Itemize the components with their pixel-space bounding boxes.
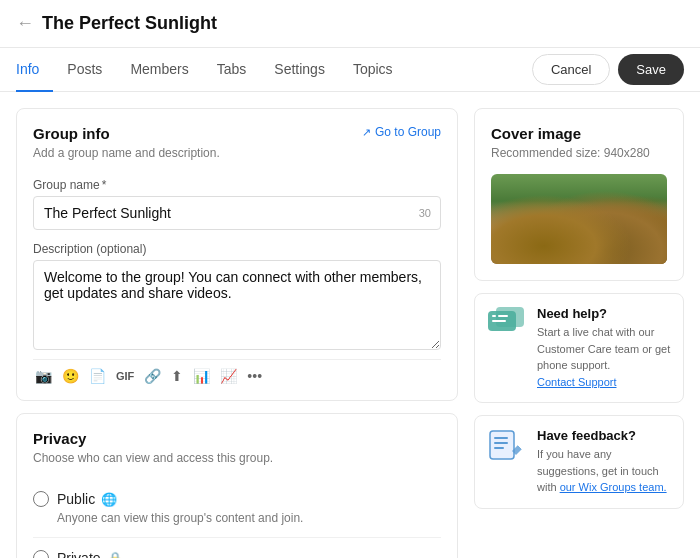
cover-image[interactable] [491, 174, 667, 264]
cancel-button[interactable]: Cancel [532, 54, 610, 85]
description-input[interactable] [33, 260, 441, 350]
back-button[interactable]: ← [16, 13, 34, 34]
group-info-card: Group info Add a group name and descript… [16, 108, 458, 401]
need-help-card: Need help? Start a live chat with our Cu… [474, 293, 684, 403]
description-label: Description (optional) [33, 242, 441, 256]
page-title: The Perfect Sunlight [42, 13, 217, 34]
privacy-title: Privacy [33, 430, 441, 447]
privacy-public-desc: Anyone can view this group's content and… [57, 511, 441, 525]
privacy-public-option: Public 🌐 Anyone can view this group's co… [33, 479, 441, 538]
tab-members[interactable]: Members [116, 48, 202, 92]
wix-groups-link[interactable]: our Wix Groups team. [560, 481, 667, 493]
nav-tabs: Info Posts Members Tabs Settings Topics … [0, 48, 700, 92]
cover-image-subtitle: Recommended size: 940x280 [491, 146, 667, 160]
privacy-subtitle: Choose who can view and access this grou… [33, 451, 441, 465]
svg-rect-2 [492, 315, 496, 317]
go-to-group-link[interactable]: Go to Group [362, 125, 441, 139]
chart-icon[interactable]: 📊 [193, 368, 210, 384]
tab-topics[interactable]: Topics [339, 48, 407, 92]
feedback-text: If you have any suggestions, get in touc… [537, 446, 671, 496]
tab-posts[interactable]: Posts [53, 48, 116, 92]
privacy-private-label: Private 🔒 [57, 550, 123, 558]
plant-image [491, 174, 667, 264]
svg-rect-8 [494, 447, 504, 449]
editor-toolbar: 📷 🙂 📄 GIF 🔗 ⬆ 📊 📈 ••• [33, 359, 441, 384]
edit-icon-box [487, 428, 527, 464]
tab-settings[interactable]: Settings [260, 48, 339, 92]
left-panel: Group info Add a group name and descript… [16, 108, 458, 558]
svg-rect-7 [494, 442, 508, 444]
group-info-subtitle: Add a group name and description. [33, 146, 220, 160]
emoji-icon[interactable]: 🙂 [62, 368, 79, 384]
save-button[interactable]: Save [618, 54, 684, 85]
help-text: Start a live chat with our Customer Care… [537, 324, 671, 390]
chat-icon-box [487, 306, 527, 342]
lock-icon: 🔒 [107, 551, 123, 559]
svg-rect-4 [492, 320, 506, 322]
file-icon[interactable]: 📄 [89, 368, 106, 384]
contact-support-link[interactable]: Contact Support [537, 376, 617, 388]
tab-tabs[interactable]: Tabs [203, 48, 261, 92]
privacy-private-option: Private 🔒 Only members can view this gro… [33, 538, 441, 558]
more-icon[interactable]: ••• [247, 368, 262, 384]
upload-icon[interactable]: ⬆ [171, 368, 183, 384]
feedback-title: Have feedback? [537, 428, 671, 443]
char-count: 30 [419, 207, 431, 219]
cover-image-title: Cover image [491, 125, 667, 142]
group-name-field-wrapper: 30 [33, 196, 441, 230]
description-field-wrapper: 📷 🙂 📄 GIF 🔗 ⬆ 📊 📈 ••• [33, 260, 441, 384]
public-icon: 🌐 [101, 492, 117, 507]
link-icon[interactable]: 🔗 [144, 368, 161, 384]
nav-actions: Cancel Save [532, 54, 684, 85]
bar-chart-icon[interactable]: 📈 [220, 368, 237, 384]
tab-info[interactable]: Info [16, 48, 53, 92]
feedback-icon [488, 429, 526, 463]
cover-image-card: Cover image Recommended size: 940x280 [474, 108, 684, 281]
svg-rect-3 [498, 315, 508, 317]
group-info-title: Group info [33, 125, 220, 142]
privacy-public-radio[interactable] [33, 491, 49, 507]
header: ← The Perfect Sunlight [0, 0, 700, 48]
chat-icon [488, 307, 526, 341]
svg-rect-5 [490, 431, 514, 459]
right-panel: Cover image Recommended size: 940x280 [474, 108, 684, 558]
group-name-label: Group name * [33, 178, 441, 192]
main-content: Group info Add a group name and descript… [0, 92, 700, 558]
privacy-private-radio[interactable] [33, 550, 49, 558]
photo-icon[interactable]: 📷 [35, 368, 52, 384]
privacy-card: Privacy Choose who can view and access t… [16, 413, 458, 558]
group-name-input[interactable] [33, 196, 441, 230]
feedback-card: Have feedback? If you have any suggestio… [474, 415, 684, 509]
gif-icon[interactable]: GIF [116, 370, 134, 382]
help-title: Need help? [537, 306, 671, 321]
privacy-public-label: Public 🌐 [57, 491, 117, 507]
svg-rect-6 [494, 437, 508, 439]
